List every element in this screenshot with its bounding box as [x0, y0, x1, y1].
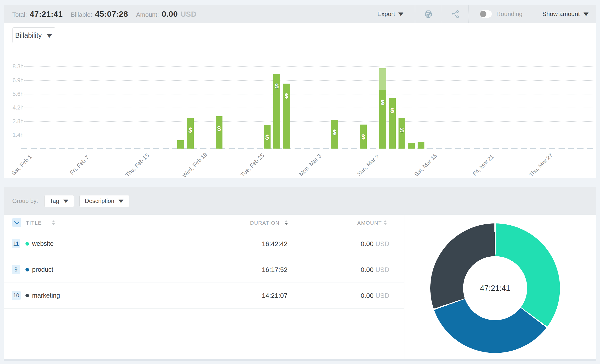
toolbar: Export ▼: [366, 5, 596, 23]
x-axis-tick-label: Fri, Feb 7: [61, 146, 99, 185]
time-bar[interactable]: $: [331, 120, 338, 149]
sort-duration-button[interactable]: [285, 220, 288, 225]
x-axis-tick-label: Sat, Feb 1: [3, 146, 41, 185]
time-bar[interactable]: $: [379, 68, 386, 149]
x-axis-tick-label: Tue, Feb 25: [234, 146, 272, 185]
tag-color-dot: [26, 294, 29, 297]
row-title: website: [32, 240, 54, 247]
printer-icon: [424, 10, 433, 18]
collapse-all-button[interactable]: [12, 218, 21, 227]
toggle-knob-icon: [480, 11, 487, 17]
table-row[interactable]: 10marketing14:21:070.00 USD: [4, 282, 404, 309]
amount-currency: USD: [180, 10, 196, 18]
donut-chart[interactable]: 47:21:41: [430, 223, 560, 353]
time-bar[interactable]: $: [216, 116, 223, 149]
grouped-results-panel: TITLE DURATION AMOUNT 11website16:42:420…: [4, 215, 596, 359]
row-title: marketing: [32, 292, 60, 299]
entry-count-badge: 10: [12, 291, 21, 300]
group-by-tag-dropdown[interactable]: Tag ▼: [44, 195, 74, 207]
entry-count-badge: 11: [12, 239, 20, 248]
gridline: [24, 66, 595, 67]
amount-label: Amount:: [136, 11, 159, 18]
share-button[interactable]: [442, 5, 469, 23]
show-amount-dropdown[interactable]: Show amount ▼: [533, 10, 596, 18]
time-bar[interactable]: $: [273, 74, 280, 149]
sort-title-button[interactable]: [52, 220, 55, 225]
summary-bar: Total: 47:21:41 Billable: 45:07:28 Amoun…: [4, 5, 596, 23]
time-bar[interactable]: $: [389, 98, 396, 149]
billable-label: Billable:: [71, 11, 92, 18]
dollar-icon: $: [389, 107, 396, 114]
y-axis-tick-label: 8.3h: [4, 63, 24, 70]
donut-hole: 47:21:41: [463, 256, 527, 320]
chevron-down-icon: ▼: [45, 32, 54, 39]
x-axis-tick-label: Sun, Mar 9: [349, 146, 387, 185]
export-button[interactable]: Export ▼: [366, 5, 415, 23]
sort-amount-button[interactable]: [384, 220, 387, 225]
table-row[interactable]: 9product16:17:520.00 USD: [4, 257, 404, 283]
y-axis-tick-label: 5.6h: [4, 91, 24, 97]
row-amount: 0.00 USD: [361, 266, 389, 273]
dollar-icon: $: [216, 125, 223, 133]
chevron-down-icon: ▼: [62, 198, 70, 204]
time-bar[interactable]: $: [360, 125, 367, 149]
column-header-title: TITLE: [26, 220, 42, 226]
time-bar[interactable]: $: [187, 118, 194, 149]
chevron-down-icon: ▼: [582, 10, 590, 18]
gridline: [24, 94, 595, 94]
row-duration: 16:42:42: [262, 240, 288, 248]
billability-dropdown[interactable]: Billability ▼: [12, 27, 55, 43]
row-amount: 0.00 USD: [361, 292, 389, 300]
total-label: Total:: [12, 11, 27, 18]
entry-count-badge: 9: [12, 265, 20, 274]
column-header-duration: DURATION: [250, 220, 280, 226]
group-by-label: Group by:: [12, 198, 38, 204]
group-by-description-value: Description: [85, 198, 114, 204]
dollar-icon: $: [379, 99, 386, 106]
nonbillable-segment: [379, 68, 386, 90]
x-axis-tick-label: Thu, Mar 27: [522, 146, 560, 185]
dollar-icon: $: [360, 133, 367, 141]
amount-value: 0.00: [162, 9, 178, 18]
time-bar[interactable]: [408, 143, 415, 149]
panel-divider: [404, 215, 404, 359]
dollar-icon: $: [399, 126, 405, 134]
group-by-description-dropdown[interactable]: Description ▼: [79, 195, 129, 207]
row-duration: 16:17:52: [262, 266, 288, 273]
dollar-icon: $: [283, 92, 290, 100]
gridline: [24, 121, 595, 122]
show-amount-label: Show amount: [542, 10, 580, 18]
chevron-down-icon: ▼: [117, 198, 125, 204]
total-value: 47:21:41: [30, 9, 63, 18]
x-axis-tick-label: Thu, Feb 13: [118, 146, 157, 185]
tag-color-dot: [26, 242, 29, 246]
rounding-label: Rounding: [496, 10, 523, 18]
column-header-amount: AMOUNT: [357, 220, 382, 226]
rounding-control: Rounding: [469, 10, 533, 18]
x-axis-tick-label: Wed, Feb 19: [176, 146, 214, 185]
y-axis-tick-label: 4.2h: [4, 104, 24, 111]
time-bar[interactable]: [177, 140, 184, 149]
row-title: product: [32, 266, 53, 273]
row-amount: 0.00 USD: [361, 240, 389, 248]
print-button[interactable]: [415, 5, 442, 23]
time-bar[interactable]: $: [283, 84, 290, 149]
billability-label: Billability: [15, 32, 42, 39]
bar-chart-panel: Billability ▼ 1.4h2.8h4.2h5.6h6.9h8.3h$$…: [4, 23, 596, 178]
table-header: TITLE DURATION AMOUNT: [4, 215, 404, 231]
x-axis-tick-label: Fri, Mar 21: [464, 146, 503, 185]
time-bar[interactable]: [418, 142, 424, 149]
time-bar[interactable]: $: [264, 125, 271, 149]
group-by-bar: Group by: Tag ▼ Description ▼: [4, 187, 596, 215]
x-axis-tick-label: Mon, Mar 3: [291, 146, 330, 185]
billable-value: 45:07:28: [95, 9, 128, 18]
table-row[interactable]: 11website16:42:420.00 USD: [4, 231, 404, 257]
y-axis-tick-label: 2.8h: [4, 118, 24, 125]
dollar-icon: $: [264, 134, 271, 141]
rounding-toggle[interactable]: [479, 10, 492, 18]
dollar-icon: $: [187, 127, 194, 134]
time-bar[interactable]: $: [399, 118, 405, 149]
summary-stats: Total: 47:21:41 Billable: 45:07:28 Amoun…: [4, 9, 196, 18]
gridline: [24, 135, 595, 135]
gridline: [24, 108, 595, 108]
